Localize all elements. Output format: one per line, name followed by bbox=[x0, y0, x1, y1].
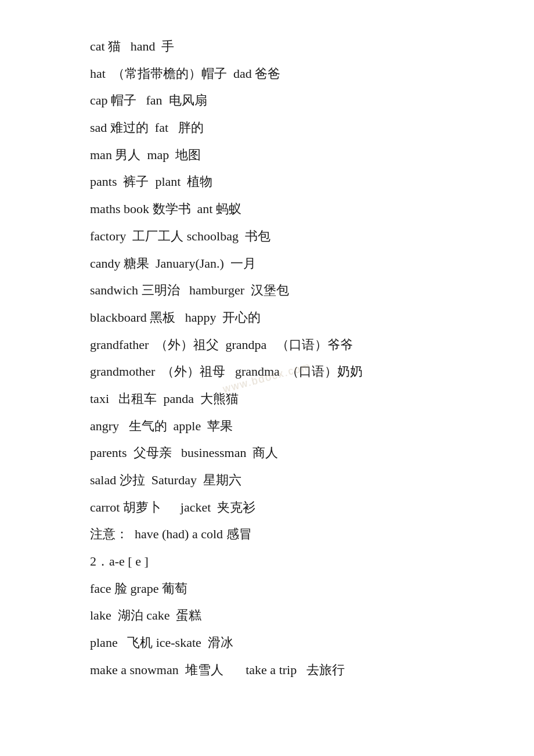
vocab-line: man 男人 map 地图 bbox=[90, 143, 488, 167]
vocab-line: make a snowman 堆雪人 take a trip 去旅行 bbox=[90, 658, 488, 682]
vocab-line: grandmother （外）祖母 grandma （口语）奶奶 bbox=[90, 360, 488, 384]
vocab-line: angry 生气的 apple 苹果 bbox=[90, 415, 488, 438]
vocab-line: face 脸 grape 葡萄 bbox=[90, 577, 488, 601]
vocab-line: pants 裤子 plant 植物 bbox=[90, 170, 488, 194]
vocab-line: carrot 胡萝卜 jacket 夹克衫 bbox=[90, 496, 488, 520]
vocab-line: cat 猫 hand 手 bbox=[90, 35, 488, 59]
vocabulary-content: cat 猫 hand 手hat （常指带檐的）帽子 dad 爸爸cap 帽子 f… bbox=[90, 35, 488, 682]
vocab-line: 2．a-e [ e ] bbox=[90, 550, 488, 574]
vocab-line: hat （常指带檐的）帽子 dad 爸爸 bbox=[90, 62, 488, 86]
vocab-line: plane 飞机 ice-skate 滑冰 bbox=[90, 631, 488, 655]
vocab-line: maths book 数学书 ant 蚂蚁 bbox=[90, 197, 488, 221]
vocab-line: sandwich 三明治 hamburger 汉堡包 bbox=[90, 279, 488, 303]
vocab-line: blackboard 黑板 happy 开心的 bbox=[90, 306, 488, 330]
vocab-line: sad 难过的 fat 胖的 bbox=[90, 116, 488, 140]
vocab-line: 注意： have (had) a cold 感冒 bbox=[90, 523, 488, 546]
vocab-line: cap 帽子 fan 电风扇 bbox=[90, 89, 488, 113]
vocab-line: candy 糖果 January(Jan.) 一月 bbox=[90, 252, 488, 276]
vocab-line: salad 沙拉 Saturday 星期六 bbox=[90, 469, 488, 492]
vocab-line: factory 工厂工人 schoolbag 书包 bbox=[90, 225, 488, 249]
vocab-line: parents 父母亲 businessman 商人 bbox=[90, 441, 488, 465]
vocab-line: lake 湖泊 cake 蛋糕 bbox=[90, 604, 488, 628]
vocab-line: grandfather （外）祖父 grandpa （口语）爷爷 bbox=[90, 333, 488, 357]
vocab-line: taxi 出租车 panda 大熊猫 bbox=[90, 387, 488, 411]
